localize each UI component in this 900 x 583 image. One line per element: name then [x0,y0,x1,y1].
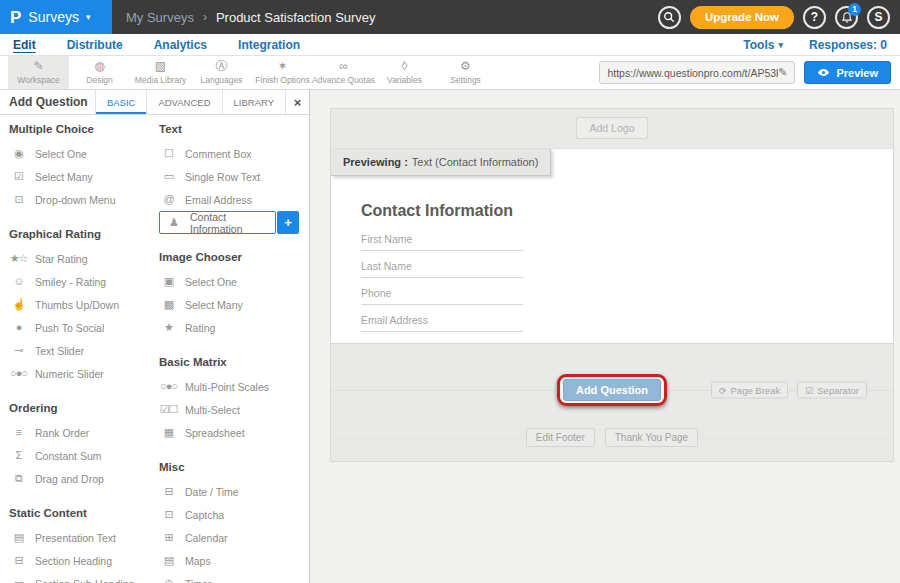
chevron-down-icon: ▾ [778,40,783,50]
question-type-item[interactable]: ⊟ Date / Time [159,480,309,503]
page-break-button[interactable]: ⟳ Page Break [711,382,788,399]
question-type-item[interactable]: Σ Constant Sum [9,444,159,467]
question-type-label: Contact Information [190,211,271,235]
question-type-item[interactable]: ⊡ Captcha [159,503,309,526]
question-type-item[interactable]: ⊞ Calendar [159,526,309,549]
question-type-icon: ▦ [159,427,178,438]
avatar[interactable]: S [867,6,890,29]
add-question-type-button[interactable]: + [277,211,299,234]
question-type-item[interactable]: ◉ Select One [9,142,159,165]
toolbar-item[interactable]: ∞ Advance Quotas [313,56,374,89]
question-type-item[interactable]: ☝ Thumbs Up/Down [9,293,159,316]
question-type-item[interactable]: ◷ Timer [159,572,309,583]
question-type-items: ☐ Comment Box ▭ Single Row Text [159,142,309,234]
tools-menu[interactable]: Tools ▾ [743,38,783,52]
panel-tab[interactable]: ADVANCED [146,90,221,114]
page-controls: ⟳ Page Break ☑ Separator [711,382,867,399]
notifications-button[interactable]: 1 [835,6,858,29]
question-type-item[interactable]: ▣ Select One [159,270,309,293]
question-type-item[interactable]: ▤ Presentation Text [9,526,159,549]
responses-count[interactable]: Responses: 0 [809,38,887,52]
question-type-item[interactable]: ○●○ Numeric Slider [9,362,159,385]
toolbar-item-icon: ⚙ [460,60,471,73]
nav-tab[interactable]: Integration [238,38,300,52]
toolbar-item[interactable]: ◍ Design [69,56,130,89]
thank-you-page-button[interactable]: Thank You Page [605,428,698,447]
nav-tab[interactable]: Distribute [67,38,123,52]
question-type-icon: ◷ [159,578,178,583]
section-heading: Basic Matrix [159,356,309,368]
field-input-line [361,272,523,278]
question-type-item[interactable]: ⊡ Drop-down Menu [9,188,159,211]
nav-tab[interactable]: Analytics [154,38,207,52]
question-type-item[interactable]: @ Email Address [159,188,309,211]
toolbar-right: https://www.questionpro.com/t/AP53kZgUI … [599,56,900,89]
add-question-button[interactable]: Add Question [563,379,661,401]
question-type-item[interactable]: ⊟ Section Heading [9,549,159,572]
question-type-item[interactable]: ▦ Spreadsheet [159,421,309,444]
question-type-column: Multiple Choice ◉ Select One ☑ [9,117,159,583]
question-type-item[interactable]: ≡ Rank Order [9,421,159,444]
breadcrumb-parent-link[interactable]: My Surveys [126,10,194,25]
header-actions: Upgrade Now ? 1 S [658,0,900,34]
question-type-item[interactable]: ● Push To Social [9,316,159,339]
question-type-sections: Multiple Choice ◉ Select One ☑ [9,123,159,583]
question-type-item[interactable]: ☑ Select Many [9,165,159,188]
close-icon: × [294,95,302,110]
top-header: P Surveys ▾ My Surveys › Product Satisfa… [0,0,900,34]
upgrade-now-button[interactable]: Upgrade Now [690,6,794,29]
toolbar-item-label: Languages [200,75,242,85]
nav-tab[interactable]: Edit [13,38,36,52]
toolbar-item[interactable]: ✶ Finish Options [252,56,313,89]
app-logo-menu[interactable]: P Surveys ▾ [0,0,112,34]
question-type-icon: @ [159,194,178,205]
question-type-item[interactable]: ○●○ Multi-Point Scales [159,375,309,398]
question-type-item[interactable]: ♟ Contact Information + [159,211,276,234]
survey-editor-main: Add Logo Previewing : Text (Contact Info… [310,90,900,583]
question-type-label: Calendar [185,532,228,544]
question-type-item[interactable]: ☺ Smiley - Rating [9,270,159,293]
question-type-label: Thumbs Up/Down [35,299,119,311]
question-type-icon: ▩ [159,299,178,310]
question-type-item[interactable]: ▭ Section Sub-Heading [9,572,159,583]
toolbar-item[interactable]: ▧ Media Library [130,56,191,89]
edit-footer-button[interactable]: Edit Footer [526,428,595,447]
question-type-label: Drop-down Menu [35,194,116,206]
question-type-item[interactable]: ⊸ Text Slider [9,339,159,362]
separator-icon: ☑ [805,385,813,395]
question-type-item[interactable]: ★ Rating [159,316,309,339]
close-panel-button[interactable]: × [285,90,309,114]
question-type-item[interactable]: ▤ Maps [159,549,309,572]
add-logo-button[interactable]: Add Logo [576,117,649,139]
question-type-item[interactable]: ⧉ Drag and Drop [9,467,159,490]
question-type-item[interactable]: ▩ Select Many [159,293,309,316]
panel-title: Add Question [0,90,95,114]
breadcrumb: My Surveys › Product Satisfaction Survey [112,0,376,34]
survey-url-field[interactable]: https://www.questionpro.com/t/AP53kZgUI … [599,61,795,84]
toolbar-item[interactable]: ◊ Variables [374,56,435,89]
question-type-icon: ★☆ [9,253,28,264]
question-type-label: Select One [35,148,87,160]
question-type-label: Select Many [185,299,243,311]
help-button[interactable]: ? [803,6,826,29]
question-type-item[interactable]: ☑☐ Multi-Select [159,398,309,421]
question-type-item[interactable]: ☐ Comment Box [159,142,309,165]
edit-url-icon[interactable]: ✎ [778,66,787,79]
panel-tab[interactable]: LIBRARY [222,90,285,114]
question-type-icon: ⊸ [9,345,28,356]
search-button[interactable] [658,6,681,29]
question-type-item[interactable]: ★☆ Star Rating [9,247,159,270]
question-type-item[interactable]: ▭ Single Row Text [159,165,309,188]
separator-button[interactable]: ☑ Separator [797,382,867,399]
question-type-label: Drag and Drop [35,473,104,485]
toolbar-item[interactable]: ✎ Workspace [8,56,69,89]
question-type-icon: ⊡ [159,509,178,520]
question-type-icon: ★ [159,322,178,333]
toolbar-item[interactable]: ⚙ Settings [435,56,496,89]
question-type-label: Presentation Text [35,532,116,544]
section-heading: Static Content [9,507,159,519]
preview-button[interactable]: Preview [804,61,891,84]
question-card[interactable]: Previewing : Text (Contact Information) … [331,148,893,344]
panel-tab[interactable]: BASIC [95,90,147,114]
toolbar-item[interactable]: Ⓐ Languages [191,56,252,89]
